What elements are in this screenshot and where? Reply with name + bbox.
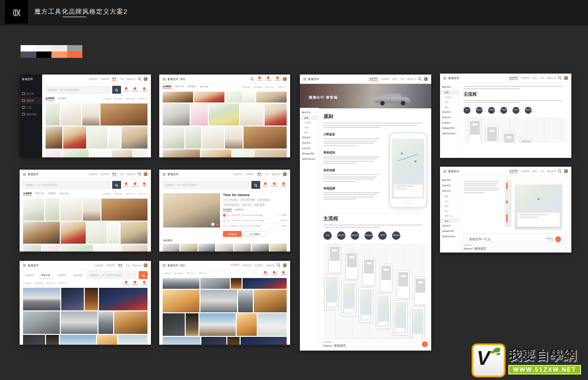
spec-sidebar-group[interactable]: 基础样式› [440,183,459,188]
nav-item[interactable]: 网站组件 [547,170,556,173]
quick-action-button[interactable]: 我的收藏 [131,87,138,92]
nav-item[interactable]: 图库 [118,264,122,267]
nav-item[interactable]: 字体 [125,264,130,267]
photo-cam2[interactable] [270,244,287,252]
spec-sidebar-group[interactable]: AppFlowView› [440,131,459,136]
spec-sidebar-item[interactable]: 字体 [300,125,318,130]
photo-darkrd[interactable] [23,335,45,345]
photo-cam1[interactable] [163,244,179,252]
buy-now-button[interactable]: 立即购买 [223,231,242,237]
gallery-tab[interactable]: 全景图库 [254,264,263,267]
photo-cam[interactable] [254,150,287,157]
spec-sidebar-group[interactable]: 整体规范˅ [440,84,459,90]
gallery-tab[interactable]: 本地图库 [23,192,32,196]
photo-wind[interactable] [186,313,198,336]
nav-item[interactable]: 网站组件 [127,173,136,176]
spec-sidebar-group[interactable]: Webapp规范› [300,151,318,156]
avatar[interactable] [144,77,147,81]
filter-dropdown[interactable]: 全部版权 [103,98,112,100]
size-option-row[interactable]: 小640x42617.6 cm x 11.6 cm (72dpi)90 KB [223,224,286,229]
quick-action-button[interactable]: 我的收藏 [131,281,138,286]
gallery-tab[interactable]: 海洛创意 [60,192,69,196]
nav-item[interactable]: 体验规范 [234,173,243,176]
gallery-tab[interactable]: 本地图库 [23,273,36,278]
spec-sidebar-group[interactable]: 基础控件› [440,115,459,120]
quick-action-button[interactable]: 筛选夹 [124,87,129,92]
photo-toast[interactable] [61,222,86,244]
spec-sidebar-item[interactable]: 原则 [300,115,318,120]
quick-action-button[interactable]: 筛选夹 [124,182,129,187]
nav-item[interactable]: 字体 [120,78,124,80]
search-input[interactable] [163,181,249,189]
gallery-tab[interactable]: 视觉中国 [35,192,44,196]
spec-sidebar-item[interactable]: 原则 [440,90,459,95]
nav-item[interactable]: 字体 [400,78,404,80]
search-button[interactable] [139,271,147,279]
spec-sidebar-group[interactable]: 基础样式› [300,135,318,140]
pager-arrows-icon[interactable]: ‹ › [284,239,286,242]
scope-tab[interactable]: 全部图库 [46,97,54,101]
quick-action-button[interactable]: 上传图片 [280,182,287,187]
chevron-right-icon[interactable]: › [565,246,566,250]
search-input[interactable] [23,181,110,189]
nav-item[interactable]: 图库 [112,173,117,176]
nav-item[interactable]: 体验规范 [509,170,518,173]
spec-sidebar-item[interactable]: 主流程 [300,120,318,125]
spec-sidebar-group[interactable]: AppFlowView› [440,234,459,239]
photo-candle[interactable] [94,245,120,252]
photo-snowsc[interactable] [258,313,287,336]
photo-nightrd[interactable] [61,288,84,310]
radio-icon[interactable] [223,219,226,222]
avatar[interactable] [144,263,147,267]
photo-berry[interactable] [122,245,147,252]
nav-item[interactable]: 网站组件 [127,78,136,80]
nav-item[interactable]: 图库 [392,78,397,80]
photo-cactus[interactable] [23,199,44,221]
search-button[interactable] [112,181,121,189]
photo-bowls[interactable] [100,103,147,126]
sidebar-item[interactable]: 视览库 [20,97,42,104]
avatar[interactable] [424,77,428,81]
photo-fallrd[interactable] [254,290,287,312]
quick-action-button[interactable]: 我的收藏 [270,182,277,187]
filter-dropdown[interactable]: 图片类型 [115,193,123,195]
gallery-tab[interactable]: 海洛创意 [199,85,208,89]
spec-sidebar-group[interactable]: 业务组件› [440,223,459,228]
spec-sidebar-group[interactable]: 业务组件› [440,120,459,126]
quick-action-button[interactable]: 上传图片 [280,271,287,276]
nav-item[interactable]: 图库 [112,77,117,81]
photo-bike[interactable] [163,103,190,126]
quick-action-button[interactable]: 上传图片 [274,76,281,81]
photo-roadmt[interactable] [23,288,60,310]
nav-item[interactable]: 图库 [257,173,262,176]
spec-sidebar-group[interactable]: AppFlowView› [300,156,318,162]
spec-sidebar-group[interactable]: 业务组件› [300,146,318,151]
photo-cam3[interactable] [198,244,215,252]
photo-mugs[interactable] [163,92,193,102]
photo-plant[interactable] [45,199,59,221]
photo-curve[interactable] [200,278,230,289]
search-icon[interactable] [277,263,281,267]
photo-candle[interactable] [90,150,111,157]
purchase-tab[interactable]: 单张购买 [223,208,232,212]
filter-dropdown[interactable]: 排序方式 [198,272,207,275]
filter-dropdown[interactable]: 图片方向 [126,193,135,195]
menu-icon[interactable] [443,170,446,171]
photo-bike[interactable] [23,245,41,252]
photo-mugs[interactable] [163,150,200,157]
avatar[interactable] [144,172,147,176]
photo-fallpath[interactable] [163,290,199,312]
gallery-tab[interactable]: 全景图库 [55,273,68,278]
photo-berry[interactable] [265,103,287,126]
menu-icon[interactable] [163,78,166,78]
photo-pink[interactable] [42,245,60,252]
photo-grass[interactable] [87,127,107,149]
search-icon[interactable] [250,77,254,81]
search-button[interactable] [251,181,260,189]
filter-dropdown[interactable]: 排序方式 [278,86,287,88]
nav-item[interactable]: 品牌规范 [381,78,390,80]
photo-yellow[interactable] [238,290,253,312]
radio-icon[interactable] [223,214,226,217]
spec-sidebar-group[interactable]: 整体规范˅ [300,110,318,115]
nav-item[interactable]: 品牌规范 [106,264,115,267]
